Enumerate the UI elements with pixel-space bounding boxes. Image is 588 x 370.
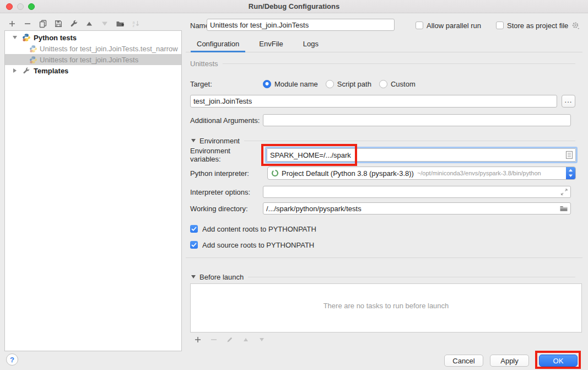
help-button[interactable]: ? [6, 353, 18, 366]
environment-variables-input[interactable] [267, 148, 576, 162]
python-interpreter-row: Python interpreter: Project Default (Pyt… [186, 167, 582, 180]
run-debug-configurations-dialog: Run/Debug Configurations az Python test [0, 0, 588, 370]
browse-variables-icon[interactable] [565, 151, 573, 159]
add-task-icon[interactable] [193, 335, 202, 345]
tab-envfile[interactable]: EnvFile [253, 37, 289, 52]
working-directory-input[interactable] [263, 202, 571, 215]
environment-section-header[interactable]: Environment [186, 136, 582, 146]
sort-configurations-icon[interactable]: az [131, 19, 140, 29]
unittests-section-header: Unittests [186, 58, 582, 68]
radio-script-path[interactable]: Script path [326, 80, 379, 88]
move-task-down-icon[interactable] [257, 335, 266, 345]
tree-item-templates[interactable]: Templates [5, 65, 181, 76]
configurations-tree: Python tests Unittests for test_join.Joi… [4, 30, 182, 351]
additional-arguments-input[interactable] [263, 114, 571, 126]
checkbox-label: Add content roots to PYTHONPATH [202, 225, 316, 233]
browse-button[interactable]: ... [562, 95, 575, 108]
unittests-section-title: Unittests [186, 60, 218, 68]
remove-icon[interactable] [23, 19, 32, 29]
environment-variables-field [265, 147, 578, 163]
new-folder-icon[interactable] [115, 19, 125, 29]
save-configuration-icon[interactable] [53, 19, 63, 29]
allow-parallel-run-label: Allow parallel run [427, 22, 481, 30]
before-launch-section-header[interactable]: Before launch [186, 272, 582, 281]
store-as-project-file-label: Store as project file [507, 22, 568, 30]
edit-templates-icon[interactable] [69, 19, 78, 29]
environment-section-title: Environment [199, 137, 240, 145]
name-input[interactable] [207, 19, 395, 31]
folder-icon[interactable] [559, 205, 568, 212]
close-window-button[interactable] [6, 3, 13, 10]
combo-stepper-icon[interactable] [566, 167, 575, 180]
tree-item-unittests-jointests[interactable]: Unittests for test_join.JoinTests [5, 54, 181, 65]
copy-configuration-icon[interactable] [38, 19, 47, 29]
tree-item-unittests-test-narrow[interactable]: Unittests for test_join.JoinTests.test_n… [5, 43, 181, 54]
checkbox-checked-icon [190, 225, 198, 233]
cancel-button[interactable]: Cancel [444, 355, 483, 367]
chevron-down-icon[interactable] [13, 36, 17, 39]
target-row: Target: Module name Script path Custom [186, 78, 582, 90]
apply-label: Apply [500, 357, 519, 365]
wrench-icon [22, 67, 30, 75]
interpreter-path: ~/opt/miniconda3/envs/pyspark-3.8/bin/py… [417, 170, 566, 176]
additional-arguments-label: Additional Arguments: [186, 116, 263, 125]
before-launch-panel: There are no tasks to run before launch [190, 283, 582, 347]
target-label: Target: [186, 80, 263, 88]
allow-parallel-run-checkbox[interactable]: Allow parallel run [416, 22, 481, 30]
before-launch-toolbar [190, 333, 582, 347]
ok-label: OK [553, 357, 564, 365]
checkbox-label: Add source roots to PYTHONPATH [202, 241, 314, 249]
name-row: Name: Allow parallel run Store as projec… [186, 19, 582, 32]
conda-environment-icon [271, 169, 279, 177]
remove-task-icon[interactable] [209, 335, 218, 345]
collapse-icon[interactable] [191, 275, 196, 278]
title-bar: Run/Debug Configurations [0, 0, 588, 13]
collapse-icon[interactable] [191, 139, 196, 142]
tree-item-python-tests[interactable]: Python tests [5, 32, 181, 43]
checkbox-checked-icon [190, 241, 198, 249]
configuration-editor: Name: Allow parallel run Store as projec… [186, 13, 582, 370]
radio-label: Custom [391, 80, 416, 88]
module-name-input[interactable] [190, 95, 557, 108]
zoom-window-button[interactable] [28, 3, 35, 10]
environment-variables-label: Environment variables: [186, 147, 263, 163]
move-down-icon[interactable] [100, 19, 109, 29]
content-divider [186, 258, 582, 258]
radio-module-name[interactable]: Module name [263, 80, 326, 88]
python-tests-icon [22, 33, 31, 42]
cancel-label: Cancel [452, 357, 474, 365]
python-tests-icon [29, 56, 37, 64]
before-launch-section-title: Before launch [199, 273, 244, 281]
radio-custom[interactable]: Custom [379, 80, 423, 88]
expand-field-icon[interactable] [560, 188, 568, 196]
chevron-right-icon[interactable] [13, 68, 17, 73]
add-source-roots-checkbox[interactable]: Add source roots to PYTHONPATH [186, 239, 582, 250]
before-launch-task-list[interactable]: There are no tasks to run before launch [190, 283, 582, 333]
help-label: ? [10, 356, 14, 364]
add-icon[interactable] [7, 19, 17, 29]
interpreter-options-row: Interpreter options: [186, 186, 582, 198]
add-content-roots-checkbox[interactable]: Add content roots to PYTHONPATH [186, 223, 582, 234]
interpreter-options-input[interactable] [263, 186, 571, 198]
svg-text:z: z [132, 24, 134, 28]
ok-button[interactable]: OK [539, 355, 578, 367]
python-interpreter-label: Python interpreter: [186, 169, 263, 178]
before-launch-empty-text: There are no tasks to run before launch [191, 302, 581, 310]
gear-icon[interactable] [571, 22, 580, 30]
window-title: Run/Debug Configurations [249, 2, 339, 10]
apply-button[interactable]: Apply [490, 355, 529, 367]
interpreter-value: Project Default (Python 3.8 (pyspark-3.8… [282, 169, 414, 178]
radio-label: Script path [337, 80, 371, 88]
move-up-icon[interactable] [84, 19, 94, 29]
store-as-project-file-checkbox[interactable]: Store as project file [496, 22, 580, 30]
tab-configuration[interactable]: Configuration [191, 37, 245, 52]
radio-label: Module name [274, 80, 318, 88]
python-interpreter-select[interactable]: Project Default (Python 3.8 (pyspark-3.8… [267, 167, 576, 180]
tree-item-label: Unittests for test_join.JoinTests.test_n… [40, 45, 178, 53]
checkbox-unchecked-icon [416, 22, 423, 29]
move-task-up-icon[interactable] [241, 335, 250, 345]
edit-task-icon[interactable] [225, 335, 234, 345]
working-directory-label: Working directory: [186, 205, 263, 213]
tab-logs[interactable]: Logs [297, 37, 325, 52]
tree-item-label: Unittests for test_join.JoinTests [40, 56, 138, 64]
